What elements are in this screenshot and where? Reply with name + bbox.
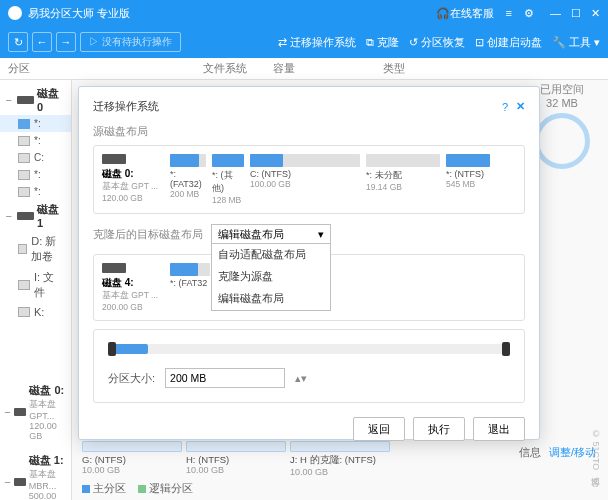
pending-ops: ▷ 没有待执行操作 [80,32,181,52]
partition-item[interactable]: *: [0,115,71,132]
dialog-title: 迁移操作系统 [93,99,159,114]
watermark: © 51CTO博客 [589,429,602,470]
layout-dropdown: 自动适配磁盘布局克隆为源盘编辑磁盘布局 [211,243,331,311]
refresh-button[interactable]: ↻ [8,32,28,52]
maximize-button[interactable]: ☐ [571,7,581,20]
partition-item[interactable]: I: 文件 [0,267,71,303]
recover-icon: ↺ [409,36,418,49]
partition-item[interactable]: *: [0,132,71,149]
partition-item[interactable]: *: [0,183,71,200]
exit-button[interactable]: 退出 [473,417,525,441]
bootdisk-button[interactable]: ⊡创建启动盘 [475,35,542,50]
partition-size-input[interactable] [165,368,285,388]
dropdown-option[interactable]: 克隆为源盘 [212,266,330,288]
layout-select[interactable]: 编辑磁盘布局▾ [211,224,331,244]
partition-item[interactable]: D: 新加卷 [0,231,71,267]
headset-icon: 🎧 [436,7,450,19]
disk-icon [17,96,34,104]
dropdown-option[interactable]: 自动适配磁盘布局 [212,244,330,266]
clone-icon: ⧉ [366,36,374,49]
minimize-button[interactable]: — [550,7,561,20]
redo-button[interactable]: → [56,32,76,52]
help-icon[interactable]: ? [502,101,508,113]
app-icon [8,6,22,20]
chevron-down-icon: ▾ [318,228,324,241]
dropdown-option[interactable]: 编辑磁盘布局 [212,288,330,310]
col-size: 容量 [273,61,383,76]
migrate-dialog: 迁移操作系统 ? ✕ 源磁盘布局 磁盘 0:基本盘 GPT ...120.00 … [78,86,540,440]
partition-item[interactable]: K: [0,303,71,321]
back-button[interactable]: 返回 [353,417,405,441]
app-title: 易我分区大师 专业版 [28,6,130,21]
dialog-close-icon[interactable]: ✕ [516,100,525,113]
bootdisk-icon: ⊡ [475,36,484,49]
menu-icon[interactable]: ≡ [500,7,518,19]
size-slider[interactable] [108,344,510,354]
slider-handle-left[interactable] [108,342,116,356]
slider-handle-right[interactable] [502,342,510,356]
undo-button[interactable]: ← [32,32,52,52]
partition-item[interactable]: *: [0,166,71,183]
execute-button[interactable]: 执行 [413,417,465,441]
col-type: 类型 [383,61,608,76]
disk1-header[interactable]: −磁盘 1 [0,200,71,231]
recover-button[interactable]: ↺分区恢复 [409,35,465,50]
online-service[interactable]: 🎧在线客服 [430,6,500,21]
clone-button[interactable]: ⧉克隆 [366,35,399,50]
close-button[interactable]: ✕ [591,7,600,20]
migrate-icon: ⇄ [278,36,287,49]
col-partition: 分区 [8,61,203,76]
migrate-os-button[interactable]: ⇄迁移操作系统 [278,35,356,50]
usage-donut [534,113,590,169]
partition-item[interactable]: C: [0,149,71,166]
stepper-icon[interactable]: ▴▾ [295,372,307,385]
tools-button[interactable]: 🔧工具 ▾ [552,35,600,50]
col-fs: 文件系统 [203,61,273,76]
settings-icon[interactable]: ⚙ [518,7,540,20]
disk0-header[interactable]: −磁盘 0 [0,84,71,115]
tools-icon: 🔧 [552,36,566,49]
